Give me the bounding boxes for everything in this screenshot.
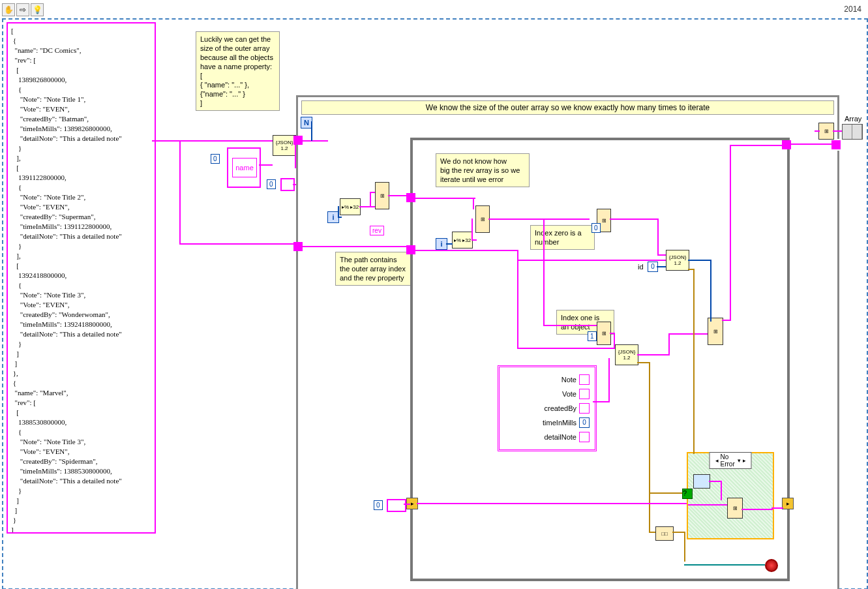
wire [637, 354, 670, 355]
tunnel-json-in-inner [406, 245, 415, 254]
wire [722, 320, 731, 321]
pan-tool-icon[interactable]: ✋ [2, 3, 15, 16]
wire [415, 198, 475, 199]
build-array-output-inner[interactable]: ⊞ [708, 318, 723, 345]
comment-path: The path contains the outer array index … [335, 252, 419, 286]
wire [693, 269, 695, 454]
wire [649, 492, 687, 494]
wire [517, 260, 666, 261]
constant-zero-c[interactable]: 0 [591, 223, 601, 233]
wire [709, 481, 722, 482]
wire [488, 219, 590, 220]
comment-note-1: Luckily we can get the size of the outer… [196, 31, 280, 111]
tunnel-result-inner-out [782, 140, 791, 149]
wire [637, 362, 650, 363]
wire [668, 333, 670, 355]
tunnel-path-in [406, 193, 415, 202]
wire [649, 532, 655, 533]
labview-version-label: 2014 [844, 5, 861, 14]
cluster-type-constant[interactable]: Note Vote createdBy timeInMills0 detailN… [498, 365, 597, 451]
array-indicator-label: Array [845, 115, 861, 123]
block-diagram: [ { "name": "DC Comics", "rev": [ [ 1389… [2, 18, 868, 589]
wire [302, 246, 410, 247]
json-unflatten-idx1[interactable]: {JSON} 1.2 [615, 344, 638, 365]
build-array-append[interactable]: ⊞ [727, 498, 743, 519]
vote-field-icon [579, 389, 590, 399]
arrow-tool-icon[interactable]: ⇨ [16, 3, 29, 16]
wire [415, 250, 517, 251]
format-into-string-node-inner[interactable]: ▸% ▸32 [452, 232, 473, 249]
case-selector-terminal: ? [682, 489, 693, 499]
wire [179, 243, 298, 245]
wire [152, 140, 273, 142]
wire [302, 140, 328, 142]
detailnote-field-icon [579, 432, 590, 442]
comment-idx-zero: Index zero is a number [530, 225, 595, 250]
wire [649, 362, 650, 532]
case-prev-icon[interactable]: ◂ [715, 457, 719, 464]
wire [543, 325, 597, 326]
wire [788, 143, 831, 145]
build-array-node-outer[interactable]: ⊞ [375, 182, 389, 209]
constant-zero-e[interactable]: 0 [374, 500, 383, 510]
constant-zero-a[interactable]: 0 [211, 154, 220, 164]
tunnel-result-out [830, 139, 842, 151]
array-constant-frame[interactable]: name [227, 147, 261, 188]
wire [543, 219, 545, 326]
unbundle-node[interactable] [693, 474, 710, 489]
wire [741, 509, 773, 510]
wire [815, 130, 820, 132]
createdby-field-icon [579, 403, 590, 414]
case-next-icon[interactable]: ▸ [743, 457, 746, 464]
wire [672, 532, 685, 533]
wire [473, 198, 474, 209]
cluster-field-note: Note [561, 376, 576, 384]
outer-for-loop[interactable]: We know the size of the outer array so w… [296, 95, 839, 589]
comment-inner: We do not know how big the rev array is … [436, 153, 530, 187]
wire [668, 333, 708, 335]
format-into-string-node-outer[interactable]: ▸% ▸32 [340, 198, 361, 215]
name-path-constant[interactable]: name [232, 158, 257, 177]
wire [684, 532, 685, 562]
tunnel-names-in [293, 136, 303, 145]
constant-zero-b[interactable]: 0 [267, 179, 276, 189]
wire [446, 243, 453, 245]
constant-one[interactable]: 1 [588, 331, 597, 341]
wire [311, 121, 312, 141]
json-unflatten-idx0[interactable]: {JSON} 1.2 [666, 250, 689, 271]
wire [614, 333, 615, 348]
build-array-node-inner[interactable]: ⊞ [475, 205, 490, 233]
wire [657, 254, 666, 256]
wire [593, 401, 609, 402]
wire [517, 348, 615, 349]
json-unflatten-node-outer[interactable]: {JSON} 1.2 [273, 135, 296, 156]
output-concat-node[interactable]: ⊞ [818, 123, 834, 140]
wire [608, 358, 610, 402]
wire [338, 206, 339, 217]
wire [370, 192, 371, 206]
inner-while-loop[interactable]: We do not know how big the rev array is … [410, 138, 790, 581]
wire [359, 206, 375, 207]
wire [684, 564, 765, 566]
wire [471, 219, 473, 240]
id-label: id [638, 263, 644, 271]
merge-errors-node[interactable]: □□ [655, 526, 674, 541]
rev-path-constant[interactable]: rev [370, 226, 384, 235]
empty-array-constant-bottom[interactable] [387, 499, 406, 512]
wire [688, 260, 711, 261]
wire [657, 219, 659, 254]
case-selector[interactable]: ◂ No Error ▾ ▸ [710, 452, 752, 469]
highlight-tool-icon[interactable]: 💡 [31, 3, 44, 16]
array-indicator-terminal[interactable] [842, 124, 863, 140]
case-structure[interactable]: ◂ No Error ▾ ▸ ⊞ [687, 452, 774, 539]
outer-loop-comment: We know the size of the outer array so w… [301, 100, 834, 115]
build-array-idx1[interactable]: ⊞ [597, 322, 611, 345]
cluster-field-vote: Vote [562, 390, 576, 398]
json-string-constant[interactable]: [ { "name": "DC Comics", "rev": [ [ 1389… [7, 22, 156, 534]
wire [688, 504, 727, 506]
wire [259, 164, 273, 166]
wire [610, 219, 659, 220]
case-dropdown-icon[interactable]: ▾ [738, 457, 741, 464]
wire [179, 140, 181, 245]
wire [417, 503, 687, 504]
